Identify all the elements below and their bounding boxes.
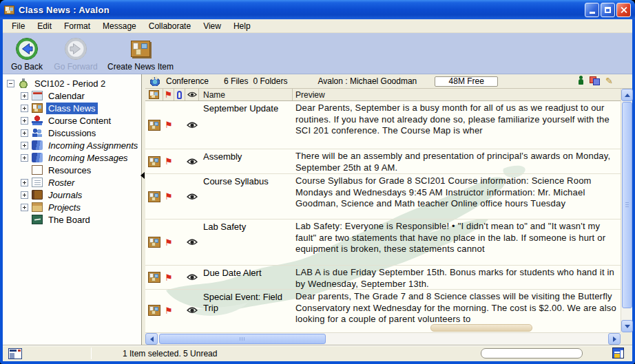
- news-item-name[interactable]: Course Syllabus: [199, 174, 293, 219]
- status-text: 1 Item selected. 5 Unread: [123, 349, 217, 358]
- tree-root-sci102[interactable]: SCI102 - Period 2: [3, 77, 141, 89]
- sidebar-item-resources[interactable]: Resources: [3, 164, 141, 176]
- maximize-icon: [605, 7, 611, 13]
- sidebar-item-the-board[interactable]: The Board: [3, 213, 141, 226]
- column-item-icon[interactable]: [145, 89, 163, 100]
- who-is-online-icon[interactable]: [578, 76, 584, 85]
- progress-indicator: [481, 348, 583, 358]
- news-item-name[interactable]: Due Date Alert: [199, 266, 293, 289]
- news-item-name[interactable]: Lab Safety: [199, 220, 293, 265]
- vertical-scrollbar[interactable]: [621, 89, 632, 332]
- news-item-row[interactable]: ⚑ September Update Dear Parents, Septemb…: [145, 101, 621, 149]
- up-arrow-icon: [625, 94, 630, 97]
- scrollbar-corner: [621, 332, 632, 345]
- sidebar-item-label[interactable]: Resources: [46, 164, 93, 176]
- menu-file[interactable]: File: [6, 20, 31, 32]
- menu-format[interactable]: Format: [58, 20, 96, 32]
- flag-icon: ⚑: [165, 90, 173, 99]
- eye-icon: [187, 158, 198, 165]
- expand-icon[interactable]: [21, 142, 28, 149]
- split-view-icon[interactable]: [8, 348, 22, 359]
- create-news-item-button[interactable]: Create News Item: [105, 36, 176, 72]
- sidebar-item-projects[interactable]: Projects: [3, 201, 141, 213]
- the-board-icon: [32, 215, 43, 224]
- sidebar-item-discussions[interactable]: Discussions: [3, 127, 141, 139]
- news-item-preview: Lab Safety: Everyone is Responsible! • "…: [293, 220, 621, 265]
- expand-icon[interactable]: [21, 154, 28, 162]
- sidebar-item-incoming-messages[interactable]: Incoming Messages: [3, 151, 141, 164]
- sidebar-item-class-news[interactable]: Class News: [3, 102, 141, 114]
- go-back-button[interactable]: Go Back: [7, 36, 47, 72]
- maximize-button[interactable]: [601, 3, 615, 17]
- menu-message[interactable]: Message: [96, 20, 143, 32]
- column-flag[interactable]: ⚑: [163, 89, 174, 100]
- sidebar-item-label[interactable]: Journals: [46, 189, 84, 201]
- close-button[interactable]: [616, 3, 631, 17]
- sidebar-item-label[interactable]: Projects: [46, 202, 83, 213]
- sidebar-item-label[interactable]: Class News: [46, 103, 98, 114]
- news-item-name[interactable]: September Update: [199, 101, 293, 149]
- status-divider: [91, 347, 92, 359]
- horizontal-scroll-thumb[interactable]: [159, 334, 326, 344]
- scroll-down-button[interactable]: [621, 320, 633, 332]
- conference-icon: [149, 76, 161, 86]
- view-toggle-icon[interactable]: [612, 347, 624, 358]
- sidebar-item-roster[interactable]: Roster: [3, 176, 141, 189]
- collapse-expander-icon[interactable]: [7, 80, 14, 87]
- column-attachment[interactable]: [174, 89, 185, 100]
- scroll-right-button[interactable]: [608, 333, 621, 345]
- view-properties-icon[interactable]: [590, 76, 600, 85]
- sidebar-item-course-content[interactable]: Course Content: [3, 114, 141, 127]
- roster-icon: [32, 178, 43, 187]
- news-item-row[interactable]: ⚑ Due Date Alert LAB A is due Friday Sep…: [145, 266, 621, 290]
- expand-icon[interactable]: [21, 117, 28, 125]
- app-icon: [4, 6, 14, 14]
- edit-pencil-icon[interactable]: ✎: [605, 76, 613, 85]
- news-item-row[interactable]: ⚑ Course Syllabus Course Syllabus for Gr…: [145, 174, 621, 220]
- tree-root-label[interactable]: SCI102 - Period 2: [32, 78, 107, 89]
- sidebar-item-label[interactable]: Roster: [46, 177, 76, 189]
- menu-edit[interactable]: Edit: [31, 20, 58, 32]
- minimize-button[interactable]: [585, 3, 599, 17]
- sidebar-item-label[interactable]: Course Content: [46, 115, 113, 127]
- collapse-panel-icon[interactable]: [140, 172, 145, 179]
- expand-icon[interactable]: [21, 105, 28, 112]
- expand-icon[interactable]: [21, 191, 28, 199]
- flag-icon: ⚑: [165, 120, 173, 129]
- sidebar-item-label[interactable]: Incoming Messages: [46, 152, 130, 164]
- expand-icon[interactable]: [21, 204, 28, 211]
- sidebar-item-label[interactable]: Incoming Assignments: [46, 140, 140, 151]
- scroll-left-button[interactable]: [145, 333, 158, 345]
- go-forward-icon: [63, 36, 88, 62]
- sidebar-item-label[interactable]: Discussions: [46, 127, 98, 139]
- vertical-scroll-thumb[interactable]: [622, 102, 632, 308]
- expand-icon[interactable]: [21, 179, 28, 186]
- horizontal-scrollbar[interactable]: [145, 332, 621, 345]
- news-item-row[interactable]: ⚑ Lab Safety Lab Safety: Everyone is Res…: [145, 220, 621, 266]
- expand-icon[interactable]: [21, 92, 28, 100]
- column-read-status[interactable]: [185, 89, 199, 100]
- sidebar-tree: SCI102 - Period 2 Calendar Class News Co…: [3, 74, 142, 345]
- news-item-row[interactable]: ⚑ Special Event: Field Trip Dear parents…: [145, 290, 621, 331]
- status-bar: 1 Item selected. 5 Unread: [3, 345, 632, 361]
- news-item-row[interactable]: ⚑ Assembly There will be an assembly and…: [145, 149, 621, 174]
- sidebar-item-label[interactable]: The Board: [46, 214, 92, 226]
- go-forward-button[interactable]: Go Forward: [48, 36, 103, 72]
- sidebar-item-incoming-assignments[interactable]: Incoming Assignments: [3, 139, 141, 151]
- projects-icon: [32, 202, 43, 212]
- expand-icon[interactable]: [21, 129, 28, 137]
- sidebar-item-calendar[interactable]: Calendar: [3, 89, 141, 102]
- menu-help[interactable]: Help: [227, 20, 257, 32]
- flask-icon: [18, 78, 29, 88]
- column-preview[interactable]: Preview: [293, 89, 632, 100]
- menu-view[interactable]: View: [197, 20, 227, 32]
- title-bar[interactable]: Class News : Avalon: [0, 0, 635, 19]
- column-name[interactable]: Name: [199, 89, 293, 100]
- sidebar-item-label[interactable]: Calendar: [46, 90, 87, 102]
- news-item-name[interactable]: Special Event: Field Trip: [199, 290, 293, 331]
- incoming-assignments-icon: [32, 140, 43, 150]
- sidebar-item-journals[interactable]: Journals: [3, 189, 141, 201]
- menu-collaborate[interactable]: Collaborate: [143, 20, 197, 32]
- scroll-up-button[interactable]: [621, 89, 633, 101]
- news-item-name[interactable]: Assembly: [199, 149, 293, 173]
